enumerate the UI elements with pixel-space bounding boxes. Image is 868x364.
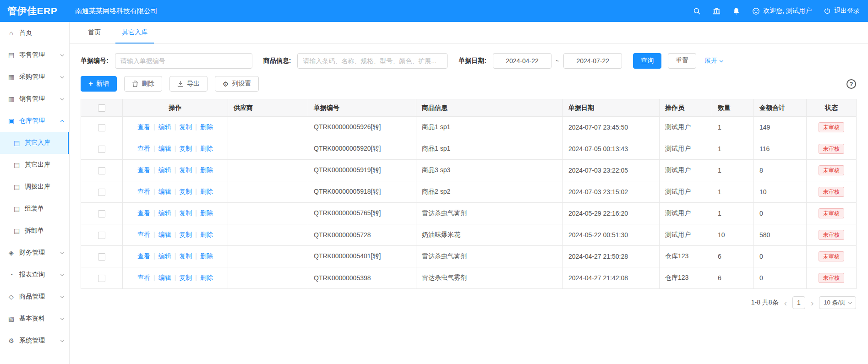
action-separator: | (153, 274, 155, 281)
column-settings-button[interactable]: ⚙ 列设置 (215, 76, 259, 92)
sidebar-item-label: 系统管理 (19, 337, 45, 345)
row-action-copy[interactable]: 复制 (179, 209, 192, 217)
sidebar-item-sale[interactable]: ▥销售管理 (0, 88, 69, 110)
sidebar-item-label: 组装单 (25, 205, 44, 213)
sidebar-item-report[interactable]: ◔报表查询 (0, 264, 69, 286)
row-action-edit[interactable]: 编辑 (158, 209, 171, 217)
action-separator: | (195, 209, 197, 217)
row-action-delete[interactable]: 删除 (200, 231, 213, 238)
logout-button[interactable]: 退出登录 (824, 7, 860, 15)
export-button[interactable]: 导出 (169, 76, 207, 92)
sidebar-item-basic[interactable]: ▧基本资料 (0, 308, 69, 330)
sidebar-item-transfer-outbound[interactable]: ▤调拨出库 (0, 176, 69, 198)
chevron-down-icon (60, 294, 64, 298)
current-page-button[interactable]: 1 (792, 296, 805, 309)
toolbar: + 新增 删除 导出 ⚙ 列设置 ? (81, 76, 856, 92)
page-size-select[interactable]: 10 条/页 (819, 296, 856, 309)
row-checkbox[interactable] (98, 210, 105, 217)
bill-no-label: 单据编号: (81, 57, 109, 65)
select-all-checkbox[interactable] (98, 104, 105, 112)
row-action-copy[interactable]: 复制 (179, 145, 192, 152)
help-icon[interactable]: ? (846, 79, 856, 89)
product-info-input[interactable] (297, 53, 448, 69)
row-action-copy[interactable]: 复制 (179, 274, 192, 281)
delete-button[interactable]: 删除 (124, 76, 162, 92)
bank-icon[interactable] (713, 7, 721, 15)
reset-button[interactable]: 重置 (668, 53, 696, 69)
action-separator: | (195, 252, 197, 260)
sidebar-item-disassembly[interactable]: ▤拆卸单 (0, 220, 69, 242)
row-action-edit[interactable]: 编辑 (158, 231, 171, 238)
cell-bill-no: QTRK00000005918[转] (308, 181, 416, 203)
row-action-delete[interactable]: 删除 (200, 145, 213, 152)
cell-bill-no: QTRK00000005926[转] (308, 117, 416, 138)
row-action-delete[interactable]: 删除 (200, 188, 213, 195)
sidebar-item-assembly[interactable]: ▤组装单 (0, 198, 69, 220)
cell-product: 雷达杀虫气雾剂 (416, 203, 563, 224)
sidebar-item-purchase[interactable]: ▦采购管理 (0, 66, 69, 88)
row-action-delete[interactable]: 删除 (200, 209, 213, 217)
date-start-input[interactable]: 2024-04-22 (493, 53, 551, 69)
sidebar-item-finance[interactable]: ◈财务管理 (0, 242, 69, 264)
date-end-input[interactable]: 2024-07-22 (563, 53, 622, 69)
cell-supplier (228, 138, 308, 160)
cell-bill-no: QTRK00000005765[转] (308, 203, 416, 224)
sidebar-item-system[interactable]: ⚙系统管理 (0, 330, 69, 352)
sidebar-item-retail[interactable]: ▤零售管理 (0, 44, 69, 66)
row-action-copy[interactable]: 复制 (179, 252, 192, 260)
row-action-view[interactable]: 查看 (137, 166, 150, 174)
column-settings-label: 列设置 (232, 80, 251, 88)
row-action-view[interactable]: 查看 (137, 231, 150, 238)
row-action-delete[interactable]: 删除 (200, 166, 213, 174)
row-checkbox[interactable] (98, 232, 105, 239)
row-action-edit[interactable]: 编辑 (158, 145, 171, 152)
chevron-down-icon (60, 316, 64, 320)
welcome-user[interactable]: 欢迎您, 测试用户 (752, 7, 812, 15)
bill-no-input[interactable] (115, 53, 252, 69)
expand-link[interactable]: 展开 (704, 57, 723, 65)
action-separator: | (175, 252, 176, 260)
row-action-copy[interactable]: 复制 (179, 166, 192, 174)
row-action-view[interactable]: 查看 (137, 252, 150, 260)
row-action-view[interactable]: 查看 (137, 123, 150, 130)
row-action-delete[interactable]: 删除 (200, 274, 213, 281)
sidebar-item-other-inbound[interactable]: ▤其它入库 (0, 132, 69, 154)
row-action-delete[interactable]: 删除 (200, 252, 213, 260)
search-icon[interactable] (693, 7, 701, 15)
row-checkbox[interactable] (98, 253, 105, 261)
column-header-quantity: 数量 (712, 99, 754, 117)
sidebar-item-home[interactable]: ⌂首页 (0, 22, 69, 44)
prev-page-icon[interactable]: ‹ (783, 299, 788, 307)
row-action-view[interactable]: 查看 (137, 209, 150, 217)
row-action-delete[interactable]: 删除 (200, 123, 213, 130)
status-badge: 未审核 (819, 230, 844, 240)
row-action-edit[interactable]: 编辑 (158, 274, 171, 281)
row-action-edit[interactable]: 编辑 (158, 188, 171, 195)
row-action-view[interactable]: 查看 (137, 274, 150, 281)
tab-other-inbound[interactable]: 其它入库 (115, 22, 154, 43)
row-action-copy[interactable]: 复制 (179, 231, 192, 238)
row-checkbox[interactable] (98, 275, 105, 282)
row-action-view[interactable]: 查看 (137, 188, 150, 195)
welcome-text: 欢迎您, 测试用户 (763, 7, 812, 15)
row-action-edit[interactable]: 编辑 (158, 252, 171, 260)
bell-icon[interactable] (732, 7, 740, 15)
add-button[interactable]: + 新增 (81, 76, 117, 92)
sidebar-item-other-outbound[interactable]: ▤其它出库 (0, 154, 69, 176)
tab-home[interactable]: 首页 (82, 22, 107, 43)
sidebar-item-label: 首页 (19, 29, 32, 37)
next-page-icon[interactable]: › (810, 299, 814, 307)
purchase-icon: ▦ (7, 73, 15, 81)
row-checkbox[interactable] (98, 189, 105, 196)
row-action-edit[interactable]: 编辑 (158, 123, 171, 130)
row-checkbox[interactable] (98, 167, 105, 174)
row-action-edit[interactable]: 编辑 (158, 166, 171, 174)
row-checkbox[interactable] (98, 146, 105, 153)
row-action-copy[interactable]: 复制 (179, 188, 192, 195)
sidebar-item-goods[interactable]: ◇商品管理 (0, 286, 69, 308)
row-checkbox[interactable] (98, 124, 105, 131)
row-action-view[interactable]: 查看 (137, 145, 150, 152)
sidebar-item-warehouse[interactable]: ▣仓库管理 (0, 110, 69, 132)
row-action-copy[interactable]: 复制 (179, 123, 192, 130)
search-button[interactable]: 查询 (633, 53, 661, 69)
